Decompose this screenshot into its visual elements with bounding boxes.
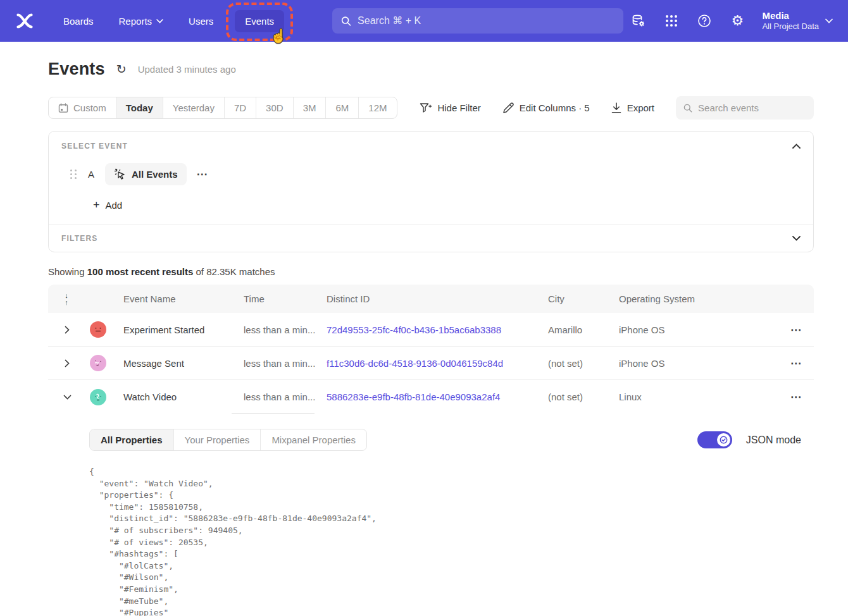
json-mode-label: JSON mode — [746, 434, 801, 446]
event-city: (not set) — [536, 358, 607, 369]
events-search[interactable] — [676, 96, 814, 120]
updated-text: Updated 3 minutes ago — [138, 64, 236, 75]
row-expand-chevron-right-icon[interactable] — [48, 326, 82, 334]
range-custom[interactable]: Custom — [49, 97, 116, 118]
all-events-icon — [114, 168, 126, 180]
expand-chevron-down-icon[interactable] — [792, 236, 801, 241]
chevron-down-icon — [156, 19, 163, 23]
results-summary: Showing 100 most recent results of 82.35… — [48, 266, 814, 277]
distinct-id-link[interactable]: 5886283e-e9fb-48fb-81de-40e9093a2af4 — [315, 391, 536, 402]
row-menu-button[interactable]: ⋯ — [727, 323, 814, 336]
search-icon — [341, 16, 351, 27]
tab-all-properties[interactable]: All Properties — [90, 429, 173, 450]
event-picker-label: All Events — [132, 169, 178, 180]
range-today[interactable]: Today — [116, 97, 163, 118]
col-distinct-id[interactable]: Distinct ID — [315, 293, 536, 304]
row-menu-button[interactable]: ⋯ — [727, 390, 814, 403]
distinct-id-link[interactable]: 72d49553-25fc-4f0c-b436-1b5ac6ab3388 — [315, 324, 536, 335]
cursor-hand-icon: ☝ — [270, 28, 287, 44]
range-yesterday[interactable]: Yesterday — [163, 97, 224, 118]
select-event-section: SELECT EVENT A All Events ⋯ — [49, 132, 813, 225]
table-row: Experiment Started less than a min... 72… — [48, 313, 814, 347]
download-icon — [611, 102, 621, 114]
event-json[interactable]: { "event": "Watch Video", "properties": … — [89, 466, 814, 616]
col-os[interactable]: Operating System — [607, 293, 727, 304]
collapse-chevron-up-icon[interactable] — [792, 144, 801, 149]
event-time: less than a min... — [232, 358, 315, 369]
tab-your-properties[interactable]: Your Properties — [173, 429, 261, 450]
event-city: Amarillo — [536, 324, 607, 335]
event-clause-row: A All Events ⋯ — [70, 163, 801, 185]
nav-item-reports[interactable]: Reports — [109, 10, 174, 32]
row-collapse-chevron-down-icon[interactable] — [48, 395, 82, 400]
select-event-label: SELECT EVENT — [61, 142, 128, 151]
collapse-expand-all-icon[interactable]: ↓↑ — [48, 292, 82, 305]
event-os: iPhone OS — [607, 324, 727, 335]
range-3m[interactable]: 3M — [293, 97, 326, 118]
search-icon — [683, 103, 692, 113]
event-avatar — [90, 355, 106, 371]
edit-columns-button[interactable]: Edit Columns · 5 — [502, 102, 590, 114]
event-avatar — [90, 389, 106, 405]
table-header: ↓↑ Event Name Time Distinct ID City Oper… — [48, 285, 814, 313]
json-mode-toggle[interactable] — [697, 431, 732, 448]
filters-section[interactable]: FILTERS — [49, 225, 813, 252]
row-menu-button[interactable]: ⋯ — [727, 357, 814, 370]
events-search-input[interactable] — [698, 102, 806, 113]
range-30d[interactable]: 30D — [256, 97, 293, 118]
add-event-label: Add — [106, 200, 123, 211]
edit-columns-label: Edit Columns · 5 — [520, 102, 590, 113]
events-page: Events ↻ Updated 3 minutes ago Custom To… — [0, 59, 848, 616]
hide-filter-button[interactable]: Hide Filter — [420, 102, 480, 114]
range-7d[interactable]: 7D — [224, 97, 256, 118]
nav-items: Boards Reports Users Events ☝ — [53, 10, 290, 32]
export-button[interactable]: Export — [611, 102, 654, 114]
settings-gear-icon[interactable]: ⚙ — [729, 13, 745, 29]
nav-item-boards[interactable]: Boards — [53, 10, 104, 32]
calendar-icon — [58, 103, 68, 113]
row-expand-chevron-right-icon[interactable] — [48, 359, 82, 367]
mixpanel-logo-icon[interactable] — [14, 10, 35, 32]
help-icon[interactable] — [696, 13, 713, 29]
range-custom-label: Custom — [73, 102, 106, 113]
event-time: less than a min... — [232, 324, 315, 335]
event-more-button[interactable]: ⋯ — [197, 168, 208, 181]
nav-item-reports-label: Reports — [119, 16, 153, 27]
event-time: less than a min... — [232, 380, 315, 414]
event-name[interactable]: Watch Video — [111, 391, 232, 402]
filters-label: FILTERS — [61, 234, 98, 243]
clause-letter: A — [87, 169, 95, 180]
range-12m[interactable]: 12M — [358, 97, 396, 118]
col-event-name[interactable]: Event Name — [111, 293, 232, 304]
refresh-icon[interactable]: ↻ — [116, 62, 127, 77]
toolbar-right: Hide Filter Edit Columns · 5 Export — [420, 96, 814, 120]
event-name[interactable]: Experiment Started — [111, 324, 232, 335]
toolbar: Custom Today Yesterday 7D 30D 3M 6M 12M … — [48, 96, 814, 120]
event-os: iPhone OS — [607, 358, 727, 369]
event-picker-button[interactable]: All Events — [105, 163, 187, 185]
tab-mixpanel-properties[interactable]: Mixpanel Properties — [260, 429, 366, 450]
data-management-icon[interactable] — [630, 13, 647, 29]
range-6m[interactable]: 6M — [325, 97, 358, 118]
event-name[interactable]: Message Sent — [111, 358, 232, 369]
col-city[interactable]: City — [536, 293, 607, 304]
pencil-icon — [502, 102, 514, 114]
add-event-button[interactable]: + Add — [93, 199, 801, 211]
hide-filter-label: Hide Filter — [437, 102, 480, 113]
col-time[interactable]: Time — [232, 293, 315, 304]
page-title: Events — [48, 59, 105, 79]
chevron-down-icon — [825, 18, 833, 23]
global-search-input[interactable] — [358, 15, 614, 27]
events-annotation-wrap: Events ☝ — [235, 10, 284, 32]
plus-icon: + — [93, 199, 100, 211]
table-row-expanded: Watch Video less than a min... 5886283e-… — [48, 380, 814, 414]
drag-handle-icon[interactable] — [70, 169, 77, 179]
title-row: Events ↻ Updated 3 minutes ago — [48, 59, 814, 79]
distinct-id-link[interactable]: f11c30d6-dc6d-4518-9136-0d046159c84d — [315, 358, 536, 369]
nav-item-users[interactable]: Users — [178, 10, 223, 32]
global-search[interactable] — [332, 8, 623, 34]
project-scope: All Project Data — [762, 22, 819, 32]
apps-grid-icon[interactable] — [663, 13, 680, 29]
export-label: Export — [627, 102, 654, 113]
project-selector[interactable]: Media All Project Data — [762, 10, 833, 32]
